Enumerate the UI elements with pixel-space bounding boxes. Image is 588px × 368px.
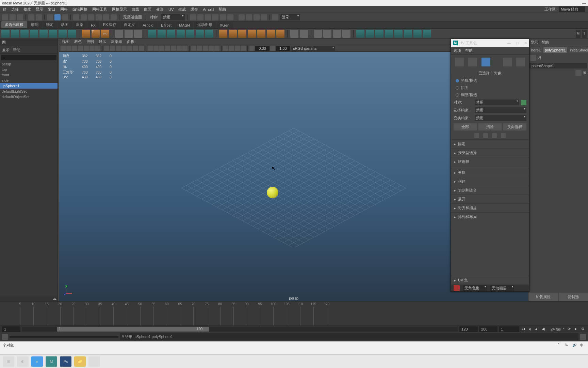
combine-icon[interactable] — [148, 30, 156, 38]
render-settings-icon[interactable] — [205, 14, 211, 20]
edge-icon[interactable]: e — [31, 356, 43, 367]
vp-tool-icon[interactable] — [110, 46, 115, 51]
duplicate-icon[interactable] — [300, 30, 308, 38]
uv-contour-icon[interactable] — [394, 30, 403, 38]
uv-face-icon[interactable] — [455, 58, 464, 66]
uv-sym-icon[interactable] — [521, 100, 526, 105]
symmetry-dropdown[interactable]: 禁用 — [161, 14, 185, 20]
shelf-tab-xgen[interactable]: XGen — [216, 22, 233, 28]
vp-tool-icon[interactable] — [171, 46, 176, 51]
uv-grow-icon[interactable] — [474, 133, 479, 138]
uv-loop-icon[interactable] — [492, 133, 497, 138]
uv-maximize-icon[interactable]: □ — [516, 41, 519, 45]
outliner-menu-help[interactable]: 帮助 — [13, 47, 20, 52]
uv-ring-icon[interactable] — [501, 133, 506, 138]
outliner-item-psphere1[interactable]: pSphere1 — [0, 83, 58, 89]
snap-curve-icon[interactable] — [81, 14, 87, 20]
mirror-icon[interactable] — [290, 30, 298, 38]
vp-tool-icon[interactable] — [95, 46, 100, 51]
poly-text-icon[interactable]: T — [92, 30, 100, 38]
vp-menu-lighting[interactable]: 照明 — [86, 39, 94, 44]
vp-tool-icon[interactable] — [229, 46, 234, 51]
uv-menu-options[interactable]: 选项 — [454, 48, 461, 53]
current-frame-input[interactable]: 1 — [499, 326, 519, 332]
vp-tool-icon[interactable] — [84, 46, 89, 51]
outliner-menu-display[interactable]: 显示 — [2, 47, 10, 52]
poly-disc-icon[interactable] — [59, 30, 67, 38]
minimize-icon[interactable]: — — [582, 1, 586, 5]
range-slider[interactable]: 1 120 — [22, 327, 458, 332]
login-dropdown[interactable]: 登录 — [280, 14, 300, 20]
poly-sphere-icon[interactable] — [1, 30, 10, 38]
uv-menu-help[interactable]: 帮助 — [465, 48, 473, 53]
multicut-icon[interactable] — [314, 30, 322, 38]
ae-focus-icon[interactable] — [575, 70, 582, 76]
shelf-tab-custom[interactable]: 自定义 — [120, 21, 138, 28]
vp-tool-icon[interactable] — [203, 46, 208, 51]
vp-tool-icon[interactable] — [177, 46, 182, 51]
bridge-icon[interactable] — [238, 30, 246, 38]
script-editor-icon[interactable] — [580, 334, 586, 340]
poly-type-icon[interactable] — [82, 30, 90, 38]
shelf-tab-arnold[interactable]: Arnold — [139, 22, 157, 28]
app-icon[interactable] — [88, 356, 100, 367]
snap-live-icon[interactable] — [103, 14, 109, 20]
fill-icon[interactable] — [257, 30, 265, 38]
bevel-icon[interactable] — [229, 30, 237, 38]
menu-editmesh[interactable]: 编辑网格 — [72, 7, 87, 12]
uv-shrink-icon[interactable] — [483, 133, 488, 138]
uv-toolkit-window[interactable]: M UV 工具包 — □ ✕ 选项 帮助 已选择 1 对象 拾取/框选 阻力 调… — [451, 39, 529, 292]
menu-mesh[interactable]: 网格 — [60, 7, 68, 12]
vp-tool-icon[interactable] — [61, 46, 66, 51]
workspace-dropdown[interactable]: Maya 经典 — [559, 6, 585, 12]
range-start-input[interactable]: 1 — [2, 326, 20, 332]
select-tool-icon[interactable] — [47, 14, 53, 20]
shelf-tab-sculpt[interactable]: 雕刻 — [28, 21, 42, 28]
smooth-icon[interactable] — [186, 30, 194, 38]
vp-tool-icon[interactable] — [197, 46, 202, 51]
connect-icon[interactable] — [333, 30, 341, 38]
shelf-tab-render[interactable]: 渲染 — [72, 21, 87, 28]
target-weld-icon[interactable] — [323, 30, 331, 38]
uv-sect-pin[interactable]: 固定 — [451, 139, 529, 148]
vp-tool-icon[interactable] — [241, 46, 246, 51]
uv-editor-icon[interactable] — [404, 30, 412, 38]
menu-uv[interactable]: UV — [168, 7, 174, 12]
vp-tool-icon[interactable] — [121, 46, 127, 51]
ae-shape-tab[interactable]: phereShape1 — [529, 63, 587, 68]
uv-sect-softsel[interactable]: 软选择 — [451, 157, 529, 166]
menu-surfaces[interactable]: 曲面 — [144, 7, 151, 12]
menu-display[interactable]: 显示 — [36, 7, 43, 12]
shelf-tab-fxcache[interactable]: FX 缓存 — [100, 21, 120, 28]
timeline-ruler[interactable]: 5101520253035404550556065707580859095100… — [0, 302, 588, 325]
append-icon[interactable] — [248, 30, 256, 38]
uv-btn-all[interactable]: 全部 — [454, 123, 477, 131]
poly-plane-icon[interactable] — [49, 30, 57, 38]
menu-cache[interactable]: 缓存 — [191, 7, 198, 12]
reduce-icon[interactable] — [196, 30, 204, 38]
ae-tab[interactable]: polySphere1 — [543, 47, 567, 53]
uv-cylindrical-icon[interactable] — [366, 30, 374, 38]
menu-create[interactable]: 建 — [3, 7, 6, 12]
range-max-input[interactable]: 200 — [479, 326, 497, 332]
uv-charset-dropdown[interactable]: 无角色集 — [463, 285, 487, 291]
vp-tool-icon[interactable] — [223, 46, 228, 51]
poly-cylinder-icon[interactable] — [20, 30, 29, 38]
uv-unfold-icon[interactable] — [423, 30, 431, 38]
poly-cone-icon[interactable] — [30, 30, 38, 38]
outliner-item-objectset[interactable]: defaultObjectSet — [0, 94, 58, 99]
maya-taskbar-icon[interactable]: M — [46, 356, 57, 367]
uv-shell-icon[interactable] — [503, 58, 512, 66]
uv-vertex-icon[interactable] — [468, 58, 477, 66]
render-view-icon[interactable] — [220, 14, 226, 20]
vp-tool-icon[interactable] — [148, 46, 153, 51]
svg-icon[interactable]: svg — [101, 30, 109, 38]
tray-net-icon[interactable]: ⇅ — [565, 343, 570, 348]
paint-tool-icon[interactable] — [62, 14, 68, 20]
fps-dropdown[interactable]: 24 fps — [549, 326, 566, 332]
shelf-tab-bifrost[interactable]: Bifrost — [158, 22, 175, 28]
vp-tool-icon[interactable] — [133, 46, 138, 51]
step-forward-icon[interactable] — [254, 14, 260, 20]
vp-exposure-input[interactable]: 0.00 — [255, 46, 270, 51]
outliner-item-lightset[interactable]: defaultLightSet — [0, 89, 58, 94]
